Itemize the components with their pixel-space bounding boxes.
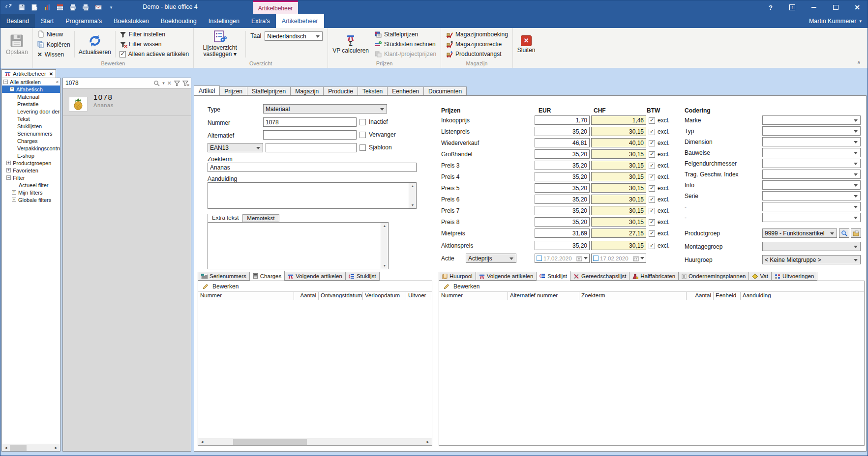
user-menu[interactable]: Martin Kummerer ▾ bbox=[809, 14, 868, 28]
date-checkbox-icon[interactable] bbox=[593, 256, 599, 261]
calendar-icon[interactable] bbox=[576, 256, 582, 261]
price-eur-input[interactable]: 35,20 bbox=[535, 241, 590, 250]
column-header[interactable]: Nummer bbox=[439, 292, 508, 300]
excl-checkbox[interactable]: excl. bbox=[649, 117, 670, 124]
app-tab-artikelbeheer[interactable]: Artikelbeheer bbox=[253, 0, 298, 14]
tab-close-icon[interactable]: ✕ bbox=[49, 71, 53, 77]
kopieren-button[interactable]: Kopiëren bbox=[36, 40, 71, 49]
date-checkbox-icon[interactable] bbox=[537, 256, 542, 261]
scroll-right-icon[interactable] bbox=[52, 444, 60, 451]
column-header[interactable]: Nummer bbox=[198, 292, 294, 300]
print-icon[interactable] bbox=[69, 3, 77, 11]
tab-huurpool[interactable]: Huurpool bbox=[439, 272, 476, 281]
edit-pencil-icon[interactable] bbox=[444, 283, 450, 289]
tree-globale-filters[interactable]: Globale filters bbox=[2, 196, 60, 203]
price-eur-input[interactable]: 1,70 bbox=[535, 115, 590, 125]
taal-select[interactable]: Niederländisch bbox=[265, 31, 323, 41]
tree-verpakkingscontrole[interactable]: Verpakkingscontrole bbox=[2, 144, 60, 152]
vertical-scrollbar[interactable] bbox=[381, 223, 388, 269]
nummer-input[interactable] bbox=[263, 117, 357, 127]
column-header[interactable]: Aantal bbox=[687, 292, 714, 300]
code10-select[interactable] bbox=[762, 213, 861, 222]
serie-select[interactable] bbox=[762, 191, 861, 200]
price-eur-input[interactable]: 35,20 bbox=[535, 206, 590, 215]
filter-clear-icon[interactable]: ✕ bbox=[182, 81, 188, 86]
menu-artikelbeheer[interactable]: Artikelbeheer bbox=[276, 14, 324, 28]
mail-icon[interactable] bbox=[94, 3, 102, 11]
tab-vat[interactable]: Vat bbox=[749, 272, 771, 281]
expand-plus-icon[interactable] bbox=[12, 190, 16, 195]
ean-input[interactable] bbox=[266, 143, 357, 152]
tree-horizontal-scrollbar[interactable] bbox=[2, 444, 60, 451]
charges-horizontal-scrollbar[interactable] bbox=[198, 438, 432, 445]
felgendurchmesser-select[interactable] bbox=[762, 159, 861, 168]
price-chf-input[interactable]: 30,15 bbox=[591, 241, 646, 250]
menu-extras[interactable]: Extra's bbox=[245, 14, 276, 28]
tab-volgende-artikelen-right[interactable]: Volgende artikelen bbox=[476, 272, 537, 281]
menu-boekhouding[interactable]: Boekhouding bbox=[155, 14, 203, 28]
price-chf-input[interactable]: 30,15 bbox=[591, 172, 646, 181]
price-eur-input[interactable]: 31,69 bbox=[535, 228, 590, 238]
actie-date-to[interactable]: 17.02.2020 bbox=[591, 254, 646, 263]
marke-select[interactable] bbox=[762, 115, 861, 125]
excl-checkbox[interactable]: excl. bbox=[649, 219, 670, 226]
tab-stuklijst-right[interactable]: Stuklijst bbox=[537, 271, 570, 281]
tree-materiaal[interactable]: Materiaal bbox=[2, 93, 60, 100]
price-chf-input[interactable]: 30,15 bbox=[591, 206, 646, 215]
scroll-left-icon[interactable] bbox=[2, 444, 10, 451]
chevron-down-icon[interactable] bbox=[584, 257, 588, 261]
tab-stuklijst-left[interactable]: Stuklijst bbox=[346, 272, 380, 281]
magazijncorrectie-button[interactable]: Magazijncorrectie bbox=[445, 40, 509, 48]
tree-eshop[interactable]: E-shop bbox=[2, 152, 60, 159]
tree-prestatie[interactable]: Prestatie bbox=[2, 100, 60, 108]
tab-eenheden[interactable]: Eenheden bbox=[388, 86, 424, 95]
ean-type-select[interactable]: EAN13 bbox=[208, 143, 263, 152]
inactief-checkbox[interactable]: Inactief bbox=[359, 118, 388, 125]
column-header[interactable]: Zoekterm bbox=[579, 292, 687, 300]
magazijnomboeking-button[interactable]: Magazijnomboeking bbox=[445, 30, 509, 38]
price-eur-input[interactable]: 35,20 bbox=[535, 127, 590, 136]
excl-checkbox[interactable]: excl. bbox=[649, 196, 670, 203]
sjabloon-checkbox[interactable]: Sjabloon bbox=[359, 144, 392, 151]
scroll-right-icon[interactable] bbox=[424, 438, 432, 445]
sidebar-collapse-icon[interactable]: < bbox=[56, 80, 59, 85]
price-eur-input[interactable]: 35,20 bbox=[535, 149, 590, 159]
tree-stuklijsten[interactable]: Stuklijsten bbox=[2, 122, 60, 130]
bewerken-button[interactable]: Bewerken bbox=[453, 283, 479, 290]
menu-start[interactable]: Start bbox=[35, 14, 60, 28]
bewerken-button[interactable]: Bewerken bbox=[212, 283, 239, 290]
excl-checkbox[interactable]: excl. bbox=[649, 207, 670, 214]
tree-favorieten[interactable]: Favorieten bbox=[2, 167, 60, 174]
minimize-icon[interactable] bbox=[810, 4, 817, 11]
price-chf-input[interactable]: 1,46 bbox=[591, 115, 646, 125]
ribbon-expand-icon[interactable]: ↑ bbox=[789, 4, 796, 11]
tree-filter[interactable]: Filter bbox=[2, 174, 60, 181]
tab-serienummers[interactable]: Serienummers bbox=[198, 272, 250, 281]
tab-halffabricaten[interactable]: Halffabricaten bbox=[629, 272, 679, 281]
tree-productgroepen[interactable]: Productgroepen bbox=[2, 159, 60, 167]
search-options-icon[interactable]: ▾ bbox=[162, 81, 165, 86]
tab-uitvoeringen[interactable]: Uitvoeringen bbox=[772, 272, 818, 281]
productgroep-search-button[interactable] bbox=[839, 228, 849, 238]
price-chf-input[interactable]: 30,15 bbox=[591, 183, 646, 193]
lijstoverzicht-button[interactable]: Lijstoverzicht vastleggen ▾ bbox=[195, 29, 244, 59]
clear-search-icon[interactable]: ✕ bbox=[167, 80, 172, 86]
menu-instellingen[interactable]: Instellingen bbox=[203, 14, 245, 28]
link-icon[interactable] bbox=[5, 3, 13, 11]
trag-geschw-index-select[interactable] bbox=[762, 170, 861, 179]
tab-prijzen[interactable]: Prijzen bbox=[220, 86, 247, 95]
column-header[interactable]: Aantal bbox=[294, 292, 319, 300]
wissen-button[interactable]: ✕ Wissen bbox=[36, 51, 71, 58]
chart-icon[interactable] bbox=[43, 3, 51, 11]
tab-ondernemingsplannen[interactable]: Ondernemingsplannen bbox=[679, 272, 749, 281]
expand-plus-icon[interactable] bbox=[6, 168, 11, 172]
scrollbar-thumb[interactable] bbox=[10, 445, 27, 451]
price-chf-input[interactable]: 30,15 bbox=[591, 149, 646, 159]
maximize-icon[interactable] bbox=[832, 4, 839, 11]
productgroep-select[interactable]: 9999 - Funktionsartikel bbox=[762, 228, 837, 238]
nieuw-button[interactable]: Nieuw bbox=[36, 30, 71, 38]
excl-checkbox[interactable]: excl. bbox=[649, 230, 670, 237]
tab-volgende-artikelen-left[interactable]: Volgende artikelen bbox=[285, 272, 346, 281]
expand-plus-icon[interactable] bbox=[12, 198, 16, 202]
scroll-up-icon[interactable] bbox=[411, 183, 415, 189]
